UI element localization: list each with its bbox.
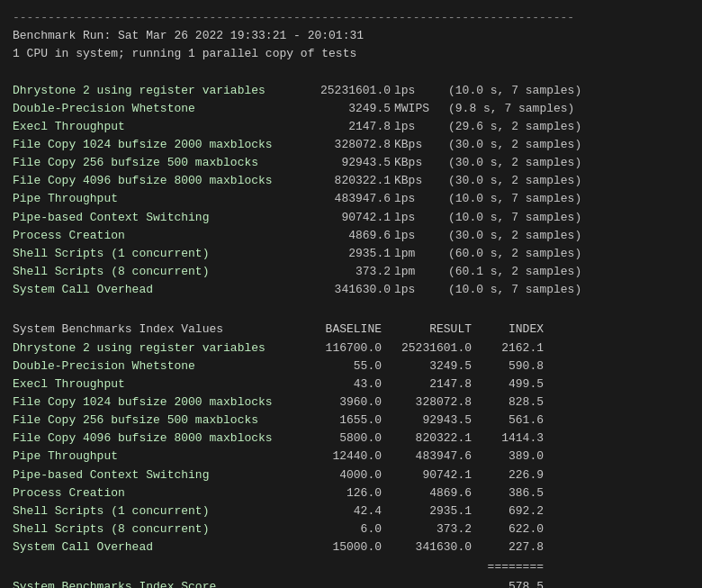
index-baseline: 4000.0 [292, 466, 382, 484]
bench-detail: (10.0 s, 7 samples) [445, 82, 581, 100]
index-row: Process Creation126.04869.6386.5 [13, 484, 689, 502]
index-baseline: 3960.0 [292, 394, 382, 412]
bench-label: File Copy 1024 bufsize 2000 maxblocks [13, 136, 292, 154]
bench-unit: lps [391, 82, 445, 100]
bench-detail: (30.0 s, 2 samples) [445, 136, 581, 154]
index-result: 25231601.0 [382, 339, 472, 357]
index-value: 227.8 [472, 538, 544, 556]
index-baseline: 126.0 [292, 484, 382, 502]
index-value: 561.6 [472, 412, 544, 430]
bench-value: 3249.5 [292, 100, 391, 118]
bench-detail: (10.0 s, 7 samples) [445, 209, 581, 227]
index-label: File Copy 1024 bufsize 2000 maxblocks [13, 394, 292, 412]
bench-label: Dhrystone 2 using register variables [13, 82, 292, 100]
index-value: 2162.1 [472, 339, 544, 357]
bench-value: 92943.5 [292, 154, 391, 172]
bench-unit: KBps [391, 154, 445, 172]
col-label-header: System Benchmarks Index Values [13, 321, 292, 339]
benchmark-rows: Dhrystone 2 using register variables2523… [13, 82, 689, 300]
bench-value: 373.2 [292, 263, 391, 281]
index-row: Pipe Throughput12440.0483947.6389.0 [13, 448, 689, 466]
bench-row: System Call Overhead341630.0 lps (10.0 s… [13, 281, 689, 299]
bench-value: 2935.1 [292, 245, 391, 263]
index-label: Pipe Throughput [13, 448, 292, 466]
bench-row: Shell Scripts (1 concurrent)2935.1 lpm (… [13, 245, 689, 263]
index-label: Shell Scripts (8 concurrent) [13, 520, 292, 538]
bench-unit: lps [391, 190, 445, 208]
index-label: Shell Scripts (1 concurrent) [13, 502, 292, 520]
bench-row: File Copy 4096 bufsize 8000 maxblocks820… [13, 172, 689, 190]
equals-row: ======== [13, 558, 689, 576]
bench-value: 90742.1 [292, 209, 391, 227]
index-result: 2147.8 [382, 375, 472, 394]
score-value: 578.5 [472, 578, 544, 588]
bench-label: Shell Scripts (1 concurrent) [13, 245, 292, 263]
index-baseline: 43.0 [292, 375, 382, 394]
index-row: Shell Scripts (1 concurrent)42.42935.169… [13, 502, 689, 520]
score-label: System Benchmarks Index Score [13, 578, 292, 588]
index-value: 389.0 [472, 448, 544, 466]
bench-row: File Copy 256 bufsize 500 maxblocks92943… [13, 154, 689, 172]
col-index-header: INDEX [472, 321, 544, 339]
index-row: Dhrystone 2 using register variables1167… [13, 339, 689, 357]
index-row: Shell Scripts (8 concurrent)6.0373.2622.… [13, 520, 689, 538]
index-result: 328072.8 [382, 394, 472, 412]
index-result: 341630.0 [382, 538, 472, 556]
bench-unit: lps [391, 281, 445, 299]
bench-row: Dhrystone 2 using register variables2523… [13, 82, 689, 100]
bench-value: 483947.6 [292, 190, 391, 208]
bench-row: Pipe-based Context Switching90742.1 lps … [13, 209, 689, 227]
index-result: 3249.5 [382, 357, 472, 375]
separator-top: ----------------------------------------… [13, 9, 689, 27]
bench-unit: KBps [391, 172, 445, 190]
bench-detail: (30.0 s, 2 samples) [445, 154, 581, 172]
benchmark-run-line: Benchmark Run: Sat Mar 26 2022 19:33:21 … [13, 27, 689, 45]
bench-value: 2147.8 [292, 118, 391, 136]
bench-row: Double-Precision Whetstone3249.5 MWIPS (… [13, 100, 689, 118]
index-label: System Call Overhead [13, 538, 292, 556]
terminal-output: ----------------------------------------… [13, 9, 689, 588]
index-row: File Copy 256 bufsize 500 maxblocks1655.… [13, 412, 689, 430]
index-rows: Dhrystone 2 using register variables1167… [13, 339, 689, 557]
bench-unit: lpm [391, 245, 445, 263]
index-row: Execl Throughput43.02147.8499.5 [13, 375, 689, 394]
index-row: File Copy 1024 bufsize 2000 maxblocks396… [13, 394, 689, 412]
bench-label: Process Creation [13, 227, 292, 245]
table-header-row: System Benchmarks Index Values BASELINE … [13, 321, 689, 339]
bench-value: 328072.8 [292, 136, 391, 154]
index-row: File Copy 4096 bufsize 8000 maxblocks580… [13, 430, 689, 448]
index-result: 820322.1 [382, 430, 472, 448]
index-value: 499.5 [472, 375, 544, 394]
bench-label: File Copy 256 bufsize 500 maxblocks [13, 154, 292, 172]
bench-row: Process Creation4869.6 lps (30.0 s, 2 sa… [13, 227, 689, 245]
bench-label: Shell Scripts (8 concurrent) [13, 263, 292, 281]
bench-value: 341630.0 [292, 281, 391, 299]
bench-label: Execl Throughput [13, 118, 292, 136]
bench-value: 4869.6 [292, 227, 391, 245]
bench-detail: (10.0 s, 7 samples) [445, 281, 581, 299]
bench-row: Execl Throughput2147.8 lps (29.6 s, 2 sa… [13, 118, 689, 136]
index-value: 828.5 [472, 394, 544, 412]
cpu-info-line: 1 CPU in system; running 1 parallel copy… [13, 45, 689, 63]
index-baseline: 55.0 [292, 357, 382, 375]
index-label: File Copy 256 bufsize 500 maxblocks [13, 412, 292, 430]
index-value: 590.8 [472, 357, 544, 375]
bench-label: Pipe-based Context Switching [13, 209, 292, 227]
col-result-header: RESULT [382, 321, 472, 339]
bench-value: 820322.1 [292, 172, 391, 190]
bench-unit: MWIPS [391, 100, 445, 118]
bench-value: 25231601.0 [292, 82, 391, 100]
bench-label: Pipe Throughput [13, 190, 292, 208]
index-result: 2935.1 [382, 502, 472, 520]
bench-detail: (60.0 s, 2 samples) [445, 245, 581, 263]
index-result: 4869.6 [382, 484, 472, 502]
equals-line: ======== [472, 558, 544, 576]
index-baseline: 116700.0 [292, 339, 382, 357]
index-result: 90742.1 [382, 466, 472, 484]
index-baseline: 1655.0 [292, 412, 382, 430]
index-label: Process Creation [13, 484, 292, 502]
index-value: 226.9 [472, 466, 544, 484]
bench-label: File Copy 4096 bufsize 8000 maxblocks [13, 172, 292, 190]
index-label: Dhrystone 2 using register variables [13, 339, 292, 357]
bench-row: Pipe Throughput483947.6 lps (10.0 s, 7 s… [13, 190, 689, 208]
